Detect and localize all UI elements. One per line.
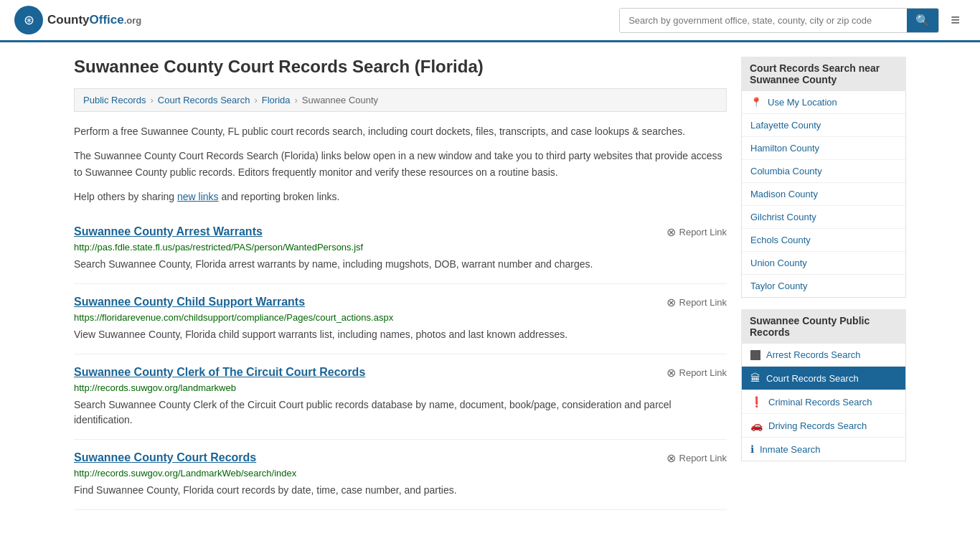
sidebar-nearby-links: 📍 Use My Location Lafayette County Hamil… (741, 91, 906, 298)
report-link[interactable]: ⊗ Report Link (666, 366, 727, 380)
sidebar-county-1[interactable]: Hamilton County (742, 137, 905, 160)
breadcrumb-public-records[interactable]: Public Records (83, 95, 146, 105)
search-input[interactable] (620, 9, 907, 32)
sidebar: Court Records Search near Suwannee Count… (741, 57, 906, 510)
sidebar-criminal-records[interactable]: ❗ Criminal Records Search (742, 390, 905, 414)
result-item: Suwannee County Clerk of The Circuit Cou… (74, 354, 727, 440)
result-desc: Search Suwannee County, Florida arrest w… (74, 257, 727, 272)
result-item: Suwannee County Arrest Warrants ⊗ Report… (74, 214, 727, 284)
location-pin-icon: 📍 (750, 97, 762, 108)
sidebar-use-my-location[interactable]: 📍 Use My Location (742, 91, 905, 114)
sidebar-public-records-title: Suwannee County Public Records (741, 309, 906, 344)
search-area: 🔍 ≡ (619, 8, 966, 33)
report-icon: ⊗ (666, 451, 676, 465)
search-box: 🔍 (619, 8, 939, 33)
breadcrumb-florida[interactable]: Florida (262, 95, 291, 105)
sidebar-nearby-title: Court Records Search near Suwannee Count… (741, 57, 906, 91)
logo-area: ⊛ CountyOffice.org (14, 6, 141, 34)
main-content: Suwannee County Court Records Search (Fl… (74, 57, 727, 510)
sidebar-county-3[interactable]: Madison County (742, 183, 905, 206)
breadcrumb-court-records[interactable]: Court Records Search (158, 95, 250, 105)
result-url: http://pas.fdle.state.fl.us/pas/restrict… (74, 242, 727, 253)
report-link[interactable]: ⊗ Report Link (666, 296, 727, 309)
result-title[interactable]: Suwannee County Clerk of The Circuit Cou… (74, 366, 365, 379)
sidebar-county-4[interactable]: Gilchrist County (742, 206, 905, 229)
result-desc: View Suwannee County, Florida child supp… (74, 327, 727, 342)
criminal-icon: ❗ (750, 396, 763, 408)
result-header: Suwannee County Arrest Warrants ⊗ Report… (74, 225, 727, 239)
report-link[interactable]: ⊗ Report Link (666, 451, 727, 465)
result-item: Suwannee County Court Records ⊗ Report L… (74, 440, 727, 510)
menu-button[interactable]: ≡ (945, 8, 966, 32)
new-links-link[interactable]: new links (177, 191, 219, 202)
page-title: Suwannee County Court Records Search (Fl… (74, 57, 727, 77)
report-icon: ⊗ (666, 225, 676, 239)
result-desc: Search Suwannee County Clerk of the Circ… (74, 397, 727, 428)
sidebar-county-5[interactable]: Echols County (742, 229, 905, 252)
sidebar-driving-records[interactable]: 🚗 Driving Records Search (742, 414, 905, 438)
sidebar-county-0[interactable]: Lafayette County (742, 114, 905, 137)
breadcrumb-sep-1: › (150, 95, 153, 105)
sidebar-nearby-section: Court Records Search near Suwannee Count… (741, 57, 906, 298)
sidebar-inmate-search[interactable]: ℹ Inmate Search (742, 438, 905, 461)
result-header: Suwannee County Child Support Warrants ⊗… (74, 296, 727, 309)
car-icon: 🚗 (750, 420, 763, 431)
logo-icon: ⊛ (14, 6, 43, 34)
breadcrumb-sep-2: › (254, 95, 257, 105)
report-link[interactable]: ⊗ Report Link (666, 225, 727, 239)
sidebar-county-2[interactable]: Columbia County (742, 160, 905, 183)
breadcrumb: Public Records › Court Records Search › … (74, 88, 727, 112)
result-header: Suwannee County Clerk of The Circuit Cou… (74, 366, 727, 380)
description-3: Help others by sharing new links and rep… (74, 189, 727, 204)
results-list: Suwannee County Arrest Warrants ⊗ Report… (74, 214, 727, 510)
result-title[interactable]: Suwannee County Arrest Warrants (74, 225, 263, 238)
logo-text: CountyOffice.org (47, 13, 141, 27)
result-header: Suwannee County Court Records ⊗ Report L… (74, 451, 727, 465)
sidebar-public-records-section: Suwannee County Public Records Arrest Re… (741, 309, 906, 461)
description-1: Perform a free Suwannee County, FL publi… (74, 123, 727, 139)
result-url: https://floridarevenue.com/childsupport/… (74, 312, 727, 323)
breadcrumb-sep-3: › (295, 95, 298, 105)
result-item: Suwannee County Child Support Warrants ⊗… (74, 284, 727, 354)
sidebar-arrest-records[interactable]: Arrest Records Search (742, 344, 905, 367)
report-icon: ⊗ (666, 366, 676, 380)
sidebar-county-6[interactable]: Union County (742, 252, 905, 275)
result-url: http://records.suwgov.org/landmarkweb (74, 382, 727, 393)
sidebar-county-7[interactable]: Taylor County (742, 275, 905, 297)
result-desc: Find Suwannee County, Florida court reco… (74, 483, 727, 498)
main-container: Suwannee County Court Records Search (Fl… (60, 42, 920, 524)
breadcrumb-current: Suwannee County (302, 95, 378, 105)
sidebar-public-records-links: Arrest Records Search 🏛 Court Records Se… (741, 344, 906, 461)
court-icon: 🏛 (750, 372, 760, 384)
arrest-icon (750, 350, 760, 360)
search-button[interactable]: 🔍 (907, 9, 938, 32)
report-icon: ⊗ (666, 296, 676, 309)
sidebar-court-records[interactable]: 🏛 Court Records Search (742, 367, 905, 390)
result-title[interactable]: Suwannee County Child Support Warrants (74, 296, 305, 309)
description-2: The Suwannee County Court Records Search… (74, 148, 727, 180)
result-url: http://records.suwgov.org/LandmarkWeb/se… (74, 468, 727, 479)
page-header: ⊛ CountyOffice.org 🔍 ≡ (0, 0, 980, 42)
result-title[interactable]: Suwannee County Court Records (74, 451, 256, 464)
inmate-icon: ℹ (750, 443, 754, 455)
hamburger-icon: ≡ (951, 11, 960, 29)
